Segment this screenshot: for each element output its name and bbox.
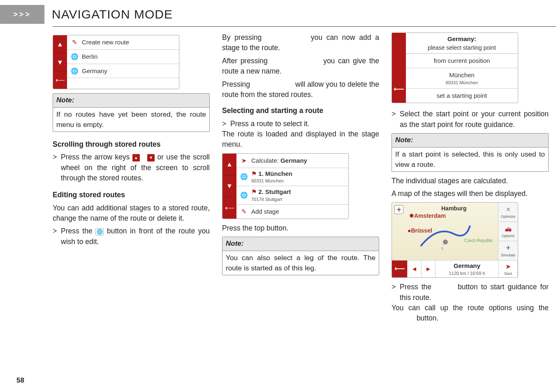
calc-para-1: The individual stages are calculated. — [392, 176, 549, 186]
simulate-button[interactable]: ✈Simulate — [498, 241, 518, 260]
stage-1-row[interactable]: 🌐 ⚑ 1. München 80331 München — [236, 168, 348, 187]
text-fragment: Pressing — [222, 80, 252, 88]
step-marker: > — [222, 119, 230, 129]
options-button[interactable]: 🚗Options — [498, 222, 518, 241]
button-label: Optimize — [501, 214, 516, 219]
button-label: Simulate — [501, 253, 515, 258]
map-side-toolbar: ⤬Optimize 🚗Options ✈Simulate — [498, 203, 518, 260]
prev-stage-icon[interactable]: ◂ — [408, 261, 422, 277]
step-marker: > — [53, 152, 61, 183]
back-icon[interactable]: ⟵ — [222, 197, 236, 219]
map-overview-panel: + Hamburg ✸Amsterdam ●Brüssel Czech Repu… — [392, 202, 518, 278]
add-stage-row[interactable]: ✎ Add stage — [236, 205, 348, 219]
text-sub: 70178 Stuttgart — [251, 196, 291, 203]
next-stage-icon[interactable]: ▸ — [422, 261, 436, 277]
start-icon: ➤ — [505, 262, 511, 271]
button-label: Start — [504, 271, 512, 277]
stage-2-row[interactable]: 🌐 ⚑ 2. Stuttgart 70178 Stuttgart — [236, 186, 348, 205]
heading-editing: Editing stored routes — [53, 190, 210, 200]
text-fragment: Calculate: — [251, 157, 279, 164]
globe-icon: 🌐 — [240, 191, 248, 199]
stored-route-germany[interactable]: 🌐 Germany — [67, 64, 179, 78]
start-button[interactable]: ➤ Start — [499, 261, 518, 277]
route-label: Germany — [82, 67, 107, 76]
step-marker: > — [53, 226, 61, 247]
route-line-icon: 1 — [417, 221, 474, 250]
header-chevron: >>> — [0, 5, 44, 24]
globe-icon: 🌐 — [70, 53, 79, 61]
calculate-row[interactable]: ➤ Calculate: Germany — [236, 154, 348, 168]
optimize-button[interactable]: ⤬Optimize — [498, 203, 518, 222]
route-summary: Germany 1120 km / 10:59 h — [436, 261, 499, 277]
rename-route-text: After pressing you can give the route a … — [222, 56, 379, 77]
map-back-icon[interactable]: ⟵ — [392, 261, 408, 277]
editing-paragraph: You can add additional stages to a store… — [53, 203, 210, 224]
text-fragment: 1120 km / 10:59 h — [449, 270, 485, 277]
set-starting-point[interactable]: set a starting point — [406, 89, 518, 103]
text-fragment: Germany — [454, 261, 480, 270]
step-marker: > — [392, 109, 400, 130]
inline-down-arrow-icon: ▼ — [147, 154, 155, 161]
text-fragment: Press the arrow keys — [61, 153, 132, 161]
start-destination-row[interactable]: München 80331 München — [406, 68, 518, 89]
add-stage-text: By pressing you can now add a stage to t… — [222, 32, 379, 53]
page-number: 58 — [16, 376, 24, 385]
column-1: ▲ ▼ ⟵ ✎ Create new route 🌐 Berlin 🌐 Germ… — [53, 32, 210, 326]
text-fragment: please select starting point — [408, 44, 515, 52]
stage-label: ⚑ 2. Stuttgart 70178 Stuttgart — [251, 187, 291, 203]
from-current-position[interactable]: from current position — [406, 54, 518, 68]
inline-globe-icon: 🌐 — [95, 228, 104, 235]
text-fragment: 2. Stuttgart — [258, 188, 291, 195]
text-fragment: After pressing — [222, 57, 271, 65]
create-new-route-row[interactable]: ✎ Create new route — [67, 35, 179, 50]
add-stage-icon: ✎ — [240, 208, 248, 216]
page-title: NAVIGATION MODE — [52, 7, 173, 21]
stored-route-berlin[interactable]: 🌐 Berlin — [67, 50, 179, 64]
note-heading: Note: — [222, 237, 379, 251]
stage-menu-panel: ▲ ▼ ⟵ ➤ Calculate: Germany 🌐 ⚑ 1. Münche… — [222, 153, 349, 219]
arrow-up-icon[interactable]: ▲ — [53, 35, 67, 53]
calculate-label: Calculate: Germany — [251, 156, 307, 165]
step-marker: > — [392, 282, 400, 303]
select-paragraph: The route is loaded and displayed in the… — [222, 129, 379, 150]
text-fragment: button. — [417, 314, 439, 322]
globe-icon: 🌐 — [240, 173, 248, 181]
text-sub: 80331 München — [408, 80, 516, 86]
text-sub: 80331 München — [251, 178, 292, 184]
column-3: ⟵ Germany: please select starting point … — [392, 32, 549, 326]
note-heading: Note: — [392, 134, 548, 148]
note-box-2: Note: You can also select a leg of the r… — [222, 237, 379, 275]
text-fragment: Germany: — [408, 35, 515, 44]
note-body: If a start point is selected, this is on… — [392, 148, 548, 171]
flag-icon: ⚑ — [251, 188, 257, 196]
empty-row — [67, 78, 179, 89]
back-icon[interactable]: ⟵ — [53, 71, 67, 89]
text-fragment: Press the — [61, 227, 95, 235]
arrow-down-icon[interactable]: ▼ — [53, 53, 67, 71]
text-fragment: 1. München — [258, 170, 292, 177]
heading-scrolling: Scrolling through stored routes — [53, 139, 210, 150]
arrow-down-icon[interactable]: ▼ — [222, 175, 236, 197]
globe-icon: 🌐 — [70, 67, 79, 75]
arrow-up-icon[interactable]: ▲ — [222, 154, 236, 175]
calculate-icon: ➤ — [240, 157, 248, 165]
flag-icon: ⚑ — [251, 169, 257, 178]
column-2: By pressing you can now add a stage to t… — [222, 32, 379, 326]
create-new-route-label: Create new route — [82, 38, 129, 47]
map-area[interactable]: + Hamburg ✸Amsterdam ●Brüssel Czech Repu… — [392, 203, 518, 260]
scroll-step-text: Press the arrow keys ▲ ▼ or use the scro… — [61, 152, 210, 183]
stored-routes-panel: ▲ ▼ ⟵ ✎ Create new route 🌐 Berlin 🌐 Germ… — [53, 35, 179, 89]
text-fragment: By pressing — [222, 33, 266, 42]
options-text: You can call up the route options using … — [392, 303, 549, 324]
button-label: Options — [502, 233, 514, 239]
startpoint-step-text: Select the start point or your current p… — [400, 109, 549, 130]
note-heading: Note: — [53, 94, 209, 108]
note-box-3: Note: If a start point is selected, this… — [392, 133, 549, 172]
back-icon[interactable]: ⟵ — [392, 33, 406, 103]
add-stage-label: Add stage — [251, 207, 279, 216]
text-fragment: Press the — [400, 283, 435, 291]
stage-label: ⚑ 1. München 80331 München — [251, 169, 292, 185]
zoom-in-icon[interactable]: + — [394, 205, 403, 214]
route-label: Berlin — [82, 52, 97, 61]
inline-up-arrow-icon: ▲ — [132, 154, 140, 161]
